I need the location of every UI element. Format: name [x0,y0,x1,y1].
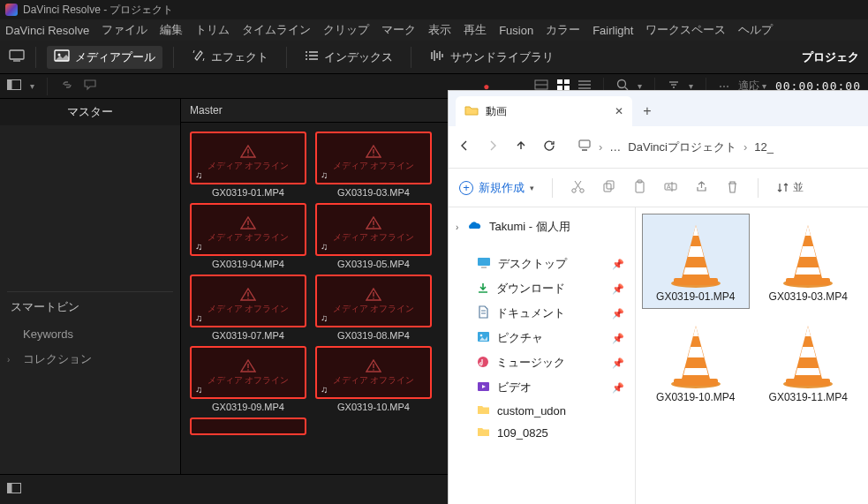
svg-rect-54 [636,182,644,192]
smartbin-header[interactable]: スマートビン [7,291,173,322]
clip-name: GX0319-05.MP4 [315,259,432,269]
new-button[interactable]: + 新規作成 ▾ [459,180,534,196]
sidebar-documents[interactable]: ドキュメント📌 [452,301,631,326]
breadcrumb-sub[interactable]: 12_ [754,140,774,154]
media-clip[interactable]: メディア オフライン♫GX0319-04.MP4 [190,203,306,269]
menu-trim[interactable]: トリム [195,22,230,38]
tab-title: 動画 [486,104,507,119]
effects-tab[interactable]: エフェクト [185,45,275,69]
chat-icon[interactable] [83,79,97,94]
menu-timeline[interactable]: タイムライン [242,22,311,38]
copy-icon[interactable] [601,179,616,197]
media-clip[interactable]: メディア オフライン♫GX0319-03.MP4 [315,132,432,198]
share-icon[interactable] [694,179,709,197]
forward-button[interactable] [486,139,500,155]
svg-point-29 [373,154,374,156]
close-icon[interactable]: ✕ [615,105,623,117]
clip-name: GX0319-01.MP4 [190,187,306,198]
breadcrumb-folder[interactable]: DaVinciプロジェクト [628,139,736,155]
sidebar-onedrive[interactable]: ›Takumi - 個人用 [452,214,631,239]
onedrive-icon [466,221,482,234]
svg-rect-14 [557,79,562,84]
smartbin-collection[interactable]: ›コレクション [7,346,173,372]
clip-name: GX0319-08.MP4 [315,330,432,341]
sort-button[interactable]: 並 [776,180,804,195]
pin-icon: 📌 [612,308,624,320]
documents-icon [477,305,489,321]
panel-toggle-icon[interactable] [7,483,21,496]
up-button[interactable] [514,139,528,155]
downloads-icon [477,282,489,297]
svg-rect-43 [8,484,12,493]
delete-icon[interactable] [725,179,740,197]
sidebar-videos[interactable]: ビデオ📌 [452,375,631,400]
media-clip[interactable]: メディア オフライン♫GX0319-10.MP4 [315,346,432,412]
svg-rect-46 [579,140,590,147]
file-item[interactable]: GX0319-01.MP4 [643,214,749,308]
file-name: GX0319-11.MP4 [761,391,857,403]
menu-davinci[interactable]: DaVinci Resolve [5,24,89,37]
menu-workspace[interactable]: ワークスペース [645,22,726,38]
chevron-right-icon: › [599,140,602,154]
file-item[interactable]: GX0319-10.MP4 [643,315,749,409]
monitor-icon[interactable] [9,49,25,64]
file-explorer: 動画 ✕ + › … DaVinciプロジェクト › 12_ + 新規作成 ▾ … [448,90,868,504]
svg-rect-70 [786,278,830,285]
svg-rect-59 [478,258,490,266]
master-bin-header[interactable]: マスター [0,99,180,125]
sidebar-music[interactable]: ミュージック📌 [452,350,631,375]
media-clip[interactable]: メディア オフライン♫GX0319-08.MP4 [315,275,432,341]
index-tab[interactable]: インデックス [298,46,400,69]
media-pool-tab[interactable]: メディアプール [47,46,162,69]
sound-library-tab[interactable]: サウンドライブラリ [422,46,561,69]
menu-mark[interactable]: マーク [381,22,416,38]
media-clip[interactable]: メディア オフライン♫GX0319-01.MP4 [190,132,306,198]
link-icon[interactable] [60,79,74,93]
menu-fusion[interactable]: Fusion [499,24,533,37]
menu-edit[interactable]: 編集 [160,22,183,38]
breadcrumb-dots[interactable]: … [609,140,621,154]
cut-icon[interactable] [570,179,585,197]
paste-icon[interactable] [632,179,647,197]
file-item[interactable]: GX0319-11.MP4 [756,315,862,409]
chevron-down-icon[interactable]: ▾ [30,81,34,91]
media-clip[interactable]: メディア オフライン♫GX0319-07.MP4 [190,275,306,341]
sidebar-downloads[interactable]: ダウンロード📌 [452,276,631,301]
menu-color[interactable]: カラー [546,22,580,38]
vlc-cone-icon [761,220,857,289]
pin-icon: 📌 [612,333,624,344]
panel-toggle-icon[interactable] [7,79,21,93]
menu-fairlight[interactable]: Fairlight [593,24,633,37]
smartbin-keywords[interactable]: Keywords [7,322,173,346]
sidebar-custom1[interactable]: custom_udon [452,400,631,422]
sidebar-pictures[interactable]: ピクチャ📌 [452,326,631,350]
file-item[interactable]: GX0319-03.MP4 [756,214,862,308]
menu-file[interactable]: ファイル [102,22,147,38]
index-icon [305,49,319,64]
sidebar-custom2[interactable]: 109_0825 [452,422,631,444]
media-clip[interactable]: メディア オフライン♫GX0319-05.MP4 [315,203,432,269]
clip-name: GX0319-10.MP4 [315,402,432,412]
videos-icon [477,381,490,395]
media-clip[interactable]: メディア オフライン♫GX0319-09.MP4 [190,346,306,412]
explorer-tab-bar: 動画 ✕ + [449,91,868,126]
explorer-tab[interactable]: 動画 ✕ [456,96,632,126]
menu-view[interactable]: 表示 [428,22,451,38]
back-button[interactable] [457,139,472,155]
refresh-button[interactable] [542,139,556,155]
pc-icon [577,139,592,154]
menu-playback[interactable]: 再生 [464,22,487,38]
vlc-cone-icon [761,320,857,389]
menu-help[interactable]: ヘルプ [738,22,773,38]
rename-icon[interactable]: A [663,179,678,197]
svg-text:A: A [667,184,671,190]
folder-icon [464,104,479,119]
sidebar-desktop[interactable]: デスクトップ📌 [452,252,631,276]
desktop-icon [477,257,491,271]
project-label[interactable]: プロジェク [802,49,859,65]
svg-point-3 [58,54,61,56]
breadcrumb[interactable]: › … DaVinciプロジェクト › 12_ [577,139,774,155]
menu-clip[interactable]: クリップ [323,22,369,38]
effects-icon [192,49,206,65]
new-tab-button[interactable]: + [632,96,662,126]
